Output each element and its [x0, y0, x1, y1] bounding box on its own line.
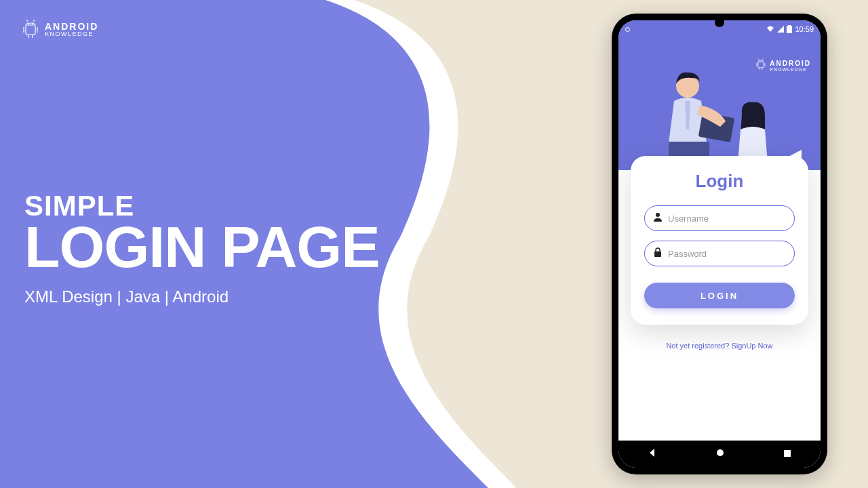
username-field[interactable]	[644, 205, 795, 231]
password-input[interactable]	[668, 249, 786, 259]
recent-apps-button[interactable]	[783, 448, 791, 460]
svg-rect-9	[787, 26, 792, 33]
android-nav-bar	[618, 441, 821, 468]
people-illustration	[639, 62, 802, 170]
phone-camera-notch	[715, 18, 724, 27]
hero-title: LOGIN PAGE	[24, 220, 380, 275]
brand-tagline: KNOWLEDGE	[45, 31, 98, 37]
login-card: Login LOGIN	[631, 156, 808, 325]
username-input[interactable]	[668, 214, 786, 224]
svg-line-17	[763, 59, 764, 60]
svg-rect-23	[654, 251, 661, 257]
login-button[interactable]: LOGIN	[644, 283, 795, 308]
home-button[interactable]	[715, 448, 725, 460]
svg-point-8	[33, 24, 33, 24]
battery-icon	[787, 25, 792, 33]
svg-rect-25	[784, 450, 791, 457]
header-illustration: ANDROID KNOWLEDGE	[618, 38, 821, 170]
brand-name: ANDROID	[45, 22, 98, 31]
person-icon	[653, 212, 663, 224]
phone-device: 10:59 ANDROID KNOWLEDGE	[612, 14, 827, 474]
svg-line-16	[759, 59, 760, 60]
hero-text: SIMPLE LOGIN PAGE XML Design | Java | An…	[24, 190, 380, 306]
svg-point-24	[717, 449, 724, 456]
signup-link[interactable]: Not yet registered? SignUp Now	[618, 342, 821, 350]
password-field[interactable]	[644, 241, 795, 266]
svg-line-5	[26, 20, 28, 22]
brand-logo: ANDROID KNOWLEDGE	[22, 19, 98, 39]
status-dot-icon	[625, 27, 630, 32]
svg-rect-0	[26, 25, 35, 35]
signal-icon	[777, 26, 784, 33]
phone-screen: 10:59 ANDROID KNOWLEDGE	[618, 20, 821, 468]
status-time: 10:59	[795, 25, 814, 33]
svg-rect-10	[788, 25, 791, 26]
login-title: Login	[644, 171, 795, 192]
android-icon	[22, 19, 39, 39]
hero-subtitle: XML Design | Java | Android	[24, 287, 380, 306]
svg-line-6	[33, 20, 35, 22]
svg-point-7	[28, 24, 29, 24]
wifi-icon	[766, 26, 774, 33]
lock-icon	[653, 247, 663, 260]
back-button[interactable]	[648, 448, 657, 460]
svg-point-22	[656, 213, 660, 217]
